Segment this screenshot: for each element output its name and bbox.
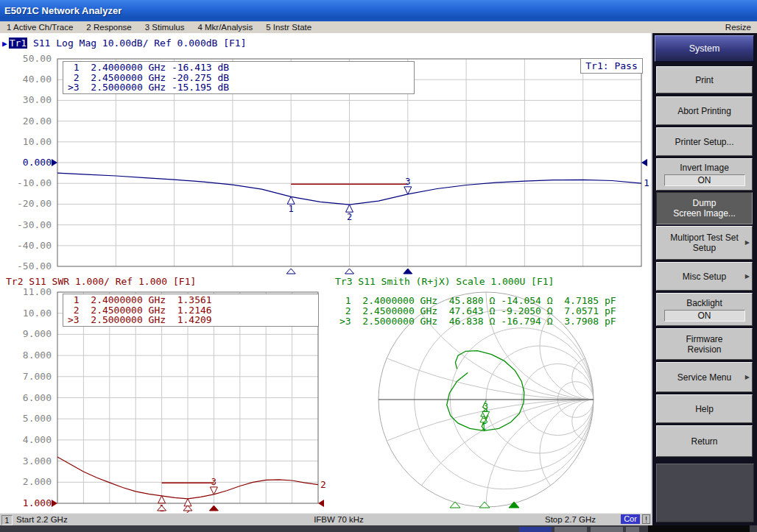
marker-stimulus-triangle-icon [479, 502, 490, 508]
y-tick-label: 10.00 [0, 308, 52, 319]
submenu-arrow-icon: ▶ [745, 372, 750, 383]
taskbar-strip [0, 525, 757, 532]
y-tick-label: -30.00 [0, 220, 52, 230]
marker-row: >3 2.5000000 GHz -15.195 dB [68, 82, 411, 93]
trace-number-label: 2 [320, 479, 326, 490]
y-tick-label: -40.00 [0, 241, 52, 251]
menu-item-2[interactable]: 2 Response [80, 23, 138, 32]
softkey-help[interactable]: Help [656, 394, 753, 423]
marker-row: 2 2.4500000 GHz 47.643 Ω -9.2050 Ω 7.057… [339, 306, 616, 316]
softkey-return[interactable]: Return [656, 425, 753, 457]
taskbar-item[interactable] [519, 527, 552, 532]
tr1-format-text: S11 Log Mag 10.00dB/ Ref 0.000dB [F1] [27, 38, 246, 49]
softkey-label: Revision [687, 344, 721, 355]
softkey-menu: SystemPrintAbort PrintingPrinter Setup..… [651, 33, 757, 525]
softkey-label: System [689, 43, 720, 54]
ref-level-arrow-icon [52, 500, 57, 507]
y-tick-label: 6.000 [0, 393, 52, 403]
tr3-header[interactable]: Tr3 S11 Smith (R+jX) Scale 1.000U [F1] [335, 276, 554, 287]
softkey-label: Setup [693, 243, 716, 253]
plots-canvas: 12311232123 [0, 33, 651, 513]
svg-text:3: 3 [483, 402, 488, 411]
softkey-blank-panel [656, 464, 754, 522]
e5071c-screen: E5071C Network Analyzer 1 Active Ch/Trac… [0, 0, 757, 532]
menu-item-1[interactable]: 1 Active Ch/Trace [0, 23, 80, 32]
marker-row: >3 2.5000000 GHz 46.838 Ω -16.794 Ω 3.79… [339, 316, 616, 327]
softkey-label: Print [695, 75, 714, 85]
marker-row: 2 2.4500000 GHz 1.2146 [68, 305, 315, 316]
title-bar: E5071C Network Analyzer [0, 0, 757, 21]
softkey-backlight[interactable]: BacklightON [656, 293, 753, 326]
softkey-service-menu[interactable]: Service Menu▶ [656, 362, 753, 392]
y-tick-label: 9.000 [0, 329, 52, 339]
trace-number-label: 1 [644, 177, 649, 188]
softkey-state: ON [664, 174, 745, 186]
resize-control[interactable]: Resize [719, 23, 757, 32]
taskbar-item[interactable] [626, 527, 639, 532]
taskbar-clock-area [648, 525, 750, 532]
softkey-label: Abort Printing [677, 106, 731, 116]
marker-stimulus-triangle-icon [450, 502, 460, 508]
start-frequency: Start 2.2 GHz [16, 515, 68, 524]
softkey-dump-screen-image[interactable]: DumpScreen Image... [656, 192, 753, 224]
y-tick-label: 4.000 [0, 435, 52, 445]
softkey-state: ON [664, 310, 745, 322]
marker-1[interactable]: 1 [287, 196, 295, 214]
marker-2[interactable]: 2 [346, 205, 353, 222]
softkey-print[interactable]: Print [656, 66, 753, 93]
softkey-label: Invert Image [680, 163, 729, 173]
softkey-label: Service Menu [677, 372, 731, 383]
tr1-label: Tr1 [9, 38, 27, 49]
y-tick-label: 20.00 [0, 116, 52, 127]
marker-row: >3 2.5000000 GHz 1.4209 [68, 315, 315, 325]
softkey-abort-printing[interactable]: Abort Printing [656, 96, 753, 125]
ref-level-arrow-icon [318, 500, 324, 507]
ref-level-arrow-icon [641, 159, 647, 166]
y-tick-label: 7.000 [0, 372, 52, 382]
y-tick-label: 8.000 [0, 350, 52, 361]
marker-3[interactable]: 3 [210, 477, 217, 494]
y-tick-label: 10.00 [0, 137, 52, 147]
tr1-limit-test-status: Tr1: Pass [580, 58, 643, 74]
marker-stimulus-triangle-icon [404, 269, 412, 274]
y-tick-label: -20.00 [0, 199, 52, 209]
marker-stimulus-triangle-icon [209, 506, 218, 511]
y-tick-label: 30.00 [0, 95, 52, 105]
ifbw-readout: IFBW 70 kHz [295, 515, 383, 524]
tr2-marker-table: 1 2.4000000 GHz 1.3561 2 2.4500000 GHz 1… [63, 294, 319, 327]
menu-item-4[interactable]: 4 Mkr/Analysis [191, 23, 259, 32]
marker-3[interactable]: 3 [404, 177, 412, 194]
channel-indicator: 1 [1, 515, 13, 525]
warning-badge: ! [642, 514, 650, 524]
y-tick-label: 50.00 [0, 54, 52, 64]
softkey-system[interactable]: System [655, 35, 754, 62]
taskbar-item[interactable] [591, 527, 623, 532]
softkey-label: Backlight [686, 298, 722, 308]
window-title: E5071C Network Analyzer [0, 5, 122, 16]
tr1-header[interactable]: ▶Tr1 S11 Log Mag 10.00dB/ Ref 0.000dB [F… [2, 38, 247, 49]
marker-row: 1 2.4000000 GHz -16.413 dB [68, 63, 411, 73]
svg-text:1: 1 [289, 204, 294, 214]
taskbar-item[interactable] [554, 527, 587, 532]
svg-text:2: 2 [347, 212, 352, 222]
softkey-printer-setup[interactable]: Printer Setup... [656, 127, 753, 156]
softkey-label: Firmware [686, 334, 723, 344]
tr2-header[interactable]: Tr2 S11 SWR 1.000/ Ref 1.000 [F1] [6, 276, 196, 287]
softkey-invert-image[interactable]: Invert ImageON [656, 158, 753, 191]
y-tick-label: -50.00 [0, 261, 52, 272]
y-tick-label: 1.000 [0, 498, 52, 508]
menu-item-3[interactable]: 3 Stimulus [138, 23, 191, 32]
softkey-multiport-test-set-setup[interactable]: Multiport Test SetSetup▶ [656, 226, 753, 260]
marker-row: 1 2.4000000 GHz 45.880 Ω -14.054 Ω 4.718… [339, 296, 616, 306]
softkey-firmware-revision[interactable]: FirmwareRevision [656, 328, 753, 360]
y-tick-label: 3.000 [0, 456, 52, 467]
status-bar: 1 Start 2.2 GHz IFBW 70 kHz Stop 2.7 GHz… [0, 513, 651, 525]
correction-badge: Cor [621, 514, 640, 524]
softkey-label: Printer Setup... [675, 137, 733, 147]
y-tick-label: 40.00 [0, 74, 52, 85]
menu-item-5[interactable]: 5 Instr State [259, 23, 318, 32]
y-tick-label: 0.000 [0, 157, 52, 168]
marker-row: 1 2.4000000 GHz 1.3561 [68, 295, 315, 305]
svg-text:3: 3 [211, 477, 216, 487]
softkey-misc-setup[interactable]: Misc Setup▶ [656, 262, 753, 291]
